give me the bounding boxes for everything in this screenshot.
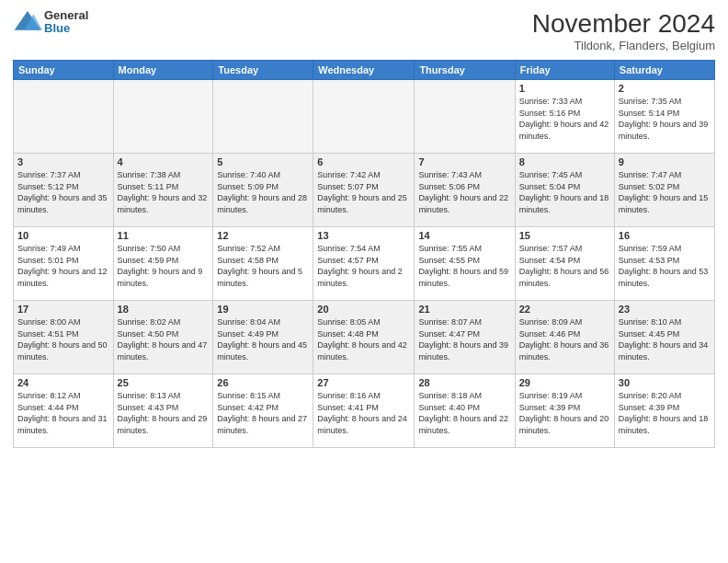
day-cell: 3Sunrise: 7:37 AMSunset: 5:12 PMDaylight… bbox=[14, 154, 114, 227]
logo-blue: Blue bbox=[44, 22, 88, 35]
logo-text: General Blue bbox=[44, 9, 88, 36]
day-info: Sunrise: 7:37 AMSunset: 5:12 PMDaylight:… bbox=[17, 169, 109, 215]
day-info: Sunrise: 8:02 AMSunset: 4:50 PMDaylight:… bbox=[118, 316, 210, 362]
day-cell: 15Sunrise: 7:57 AMSunset: 4:54 PMDayligh… bbox=[515, 227, 614, 301]
day-number: 4 bbox=[118, 156, 210, 167]
day-cell: 11Sunrise: 7:50 AMSunset: 4:59 PMDayligh… bbox=[113, 227, 213, 301]
day-cell: 2Sunrise: 7:35 AMSunset: 5:14 PMDaylight… bbox=[614, 80, 714, 154]
day-cell: 1Sunrise: 7:33 AMSunset: 5:16 PMDaylight… bbox=[515, 80, 614, 154]
day-cell: 13Sunrise: 7:54 AMSunset: 4:57 PMDayligh… bbox=[313, 227, 415, 301]
day-cell: 29Sunrise: 8:19 AMSunset: 4:39 PMDayligh… bbox=[515, 374, 614, 448]
day-cell bbox=[14, 80, 114, 154]
day-info: Sunrise: 7:33 AMSunset: 5:16 PMDaylight:… bbox=[519, 96, 610, 142]
day-cell: 4Sunrise: 7:38 AMSunset: 5:11 PMDaylight… bbox=[113, 154, 213, 227]
day-cell: 7Sunrise: 7:43 AMSunset: 5:06 PMDaylight… bbox=[415, 154, 515, 227]
day-number: 9 bbox=[619, 156, 711, 167]
day-header-friday: Friday bbox=[515, 61, 614, 80]
day-info: Sunrise: 8:04 AMSunset: 4:49 PMDaylight:… bbox=[217, 316, 309, 362]
week-row-2: 3Sunrise: 7:37 AMSunset: 5:12 PMDaylight… bbox=[14, 154, 715, 227]
day-cell bbox=[415, 80, 515, 154]
day-info: Sunrise: 7:52 AMSunset: 4:58 PMDaylight:… bbox=[217, 243, 309, 289]
week-row-1: 1Sunrise: 7:33 AMSunset: 5:16 PMDaylight… bbox=[14, 80, 715, 154]
day-info: Sunrise: 8:18 AMSunset: 4:40 PMDaylight:… bbox=[418, 390, 510, 436]
day-cell: 16Sunrise: 7:59 AMSunset: 4:53 PMDayligh… bbox=[614, 227, 714, 301]
day-cell: 25Sunrise: 8:13 AMSunset: 4:43 PMDayligh… bbox=[113, 374, 213, 448]
day-number: 30 bbox=[619, 377, 711, 388]
location: Tildonk, Flanders, Belgium bbox=[532, 39, 715, 52]
day-cell: 28Sunrise: 8:18 AMSunset: 4:40 PMDayligh… bbox=[415, 374, 515, 448]
day-cell: 9Sunrise: 7:47 AMSunset: 5:02 PMDaylight… bbox=[614, 154, 714, 227]
day-number: 29 bbox=[519, 377, 610, 388]
day-cell: 26Sunrise: 8:15 AMSunset: 4:42 PMDayligh… bbox=[213, 374, 313, 448]
day-number: 6 bbox=[317, 156, 410, 167]
header: General Blue November 2024 Tildonk, Flan… bbox=[13, 9, 715, 52]
week-row-4: 17Sunrise: 8:00 AMSunset: 4:51 PMDayligh… bbox=[14, 301, 715, 374]
calendar-header-row: SundayMondayTuesdayWednesdayThursdayFrid… bbox=[14, 61, 715, 80]
day-cell: 21Sunrise: 8:07 AMSunset: 4:47 PMDayligh… bbox=[415, 301, 515, 374]
week-row-3: 10Sunrise: 7:49 AMSunset: 5:01 PMDayligh… bbox=[14, 227, 715, 301]
day-info: Sunrise: 7:47 AMSunset: 5:02 PMDaylight:… bbox=[619, 169, 711, 215]
page: General Blue November 2024 Tildonk, Flan… bbox=[0, 0, 728, 563]
day-info: Sunrise: 7:59 AMSunset: 4:53 PMDaylight:… bbox=[619, 243, 711, 289]
day-cell: 20Sunrise: 8:05 AMSunset: 4:48 PMDayligh… bbox=[313, 301, 415, 374]
day-info: Sunrise: 7:54 AMSunset: 4:57 PMDaylight:… bbox=[317, 243, 410, 289]
day-number: 15 bbox=[519, 230, 610, 241]
logo: General Blue bbox=[13, 9, 88, 36]
day-cell bbox=[113, 80, 213, 154]
day-info: Sunrise: 7:50 AMSunset: 4:59 PMDaylight:… bbox=[118, 243, 210, 289]
day-number: 12 bbox=[217, 230, 309, 241]
day-number: 3 bbox=[17, 156, 109, 167]
day-number: 23 bbox=[619, 304, 711, 315]
day-number: 26 bbox=[217, 377, 309, 388]
day-number: 21 bbox=[418, 304, 510, 315]
day-cell bbox=[313, 80, 415, 154]
day-header-saturday: Saturday bbox=[614, 61, 714, 80]
day-cell: 23Sunrise: 8:10 AMSunset: 4:45 PMDayligh… bbox=[614, 301, 714, 374]
day-info: Sunrise: 7:57 AMSunset: 4:54 PMDaylight:… bbox=[519, 243, 610, 289]
day-number: 14 bbox=[418, 230, 510, 241]
day-cell: 24Sunrise: 8:12 AMSunset: 4:44 PMDayligh… bbox=[14, 374, 114, 448]
day-info: Sunrise: 7:43 AMSunset: 5:06 PMDaylight:… bbox=[418, 169, 510, 215]
day-info: Sunrise: 7:35 AMSunset: 5:14 PMDaylight:… bbox=[619, 96, 711, 142]
day-cell: 19Sunrise: 8:04 AMSunset: 4:49 PMDayligh… bbox=[213, 301, 313, 374]
day-cell: 22Sunrise: 8:09 AMSunset: 4:46 PMDayligh… bbox=[515, 301, 614, 374]
day-cell: 6Sunrise: 7:42 AMSunset: 5:07 PMDaylight… bbox=[313, 154, 415, 227]
day-info: Sunrise: 7:38 AMSunset: 5:11 PMDaylight:… bbox=[118, 169, 210, 215]
day-number: 18 bbox=[118, 304, 210, 315]
day-number: 22 bbox=[519, 304, 610, 315]
day-number: 13 bbox=[317, 230, 410, 241]
day-cell: 14Sunrise: 7:55 AMSunset: 4:55 PMDayligh… bbox=[415, 227, 515, 301]
day-info: Sunrise: 7:49 AMSunset: 5:01 PMDaylight:… bbox=[17, 243, 109, 289]
day-info: Sunrise: 8:09 AMSunset: 4:46 PMDaylight:… bbox=[519, 316, 610, 362]
day-cell: 18Sunrise: 8:02 AMSunset: 4:50 PMDayligh… bbox=[113, 301, 213, 374]
day-number: 2 bbox=[619, 83, 711, 94]
day-number: 24 bbox=[17, 377, 109, 388]
day-number: 8 bbox=[519, 156, 610, 167]
week-row-5: 24Sunrise: 8:12 AMSunset: 4:44 PMDayligh… bbox=[14, 374, 715, 448]
title-block: November 2024 Tildonk, Flanders, Belgium bbox=[532, 9, 715, 52]
day-info: Sunrise: 7:40 AMSunset: 5:09 PMDaylight:… bbox=[217, 169, 309, 215]
day-number: 10 bbox=[17, 230, 109, 241]
day-number: 28 bbox=[418, 377, 510, 388]
day-cell: 5Sunrise: 7:40 AMSunset: 5:09 PMDaylight… bbox=[213, 154, 313, 227]
month-title: November 2024 bbox=[532, 9, 715, 39]
day-header-tuesday: Tuesday bbox=[213, 61, 313, 80]
logo-general: General bbox=[44, 9, 88, 22]
day-header-wednesday: Wednesday bbox=[313, 61, 415, 80]
calendar: SundayMondayTuesdayWednesdayThursdayFrid… bbox=[13, 60, 715, 448]
day-number: 27 bbox=[317, 377, 410, 388]
day-cell: 27Sunrise: 8:16 AMSunset: 4:41 PMDayligh… bbox=[313, 374, 415, 448]
day-cell bbox=[213, 80, 313, 154]
logo-icon bbox=[13, 9, 42, 35]
day-number: 5 bbox=[217, 156, 309, 167]
day-info: Sunrise: 7:45 AMSunset: 5:04 PMDaylight:… bbox=[519, 169, 610, 215]
day-header-thursday: Thursday bbox=[415, 61, 515, 80]
day-cell: 30Sunrise: 8:20 AMSunset: 4:39 PMDayligh… bbox=[614, 374, 714, 448]
day-info: Sunrise: 8:12 AMSunset: 4:44 PMDaylight:… bbox=[17, 390, 109, 436]
day-header-sunday: Sunday bbox=[14, 61, 114, 80]
day-number: 17 bbox=[17, 304, 109, 315]
day-cell: 12Sunrise: 7:52 AMSunset: 4:58 PMDayligh… bbox=[213, 227, 313, 301]
day-number: 19 bbox=[217, 304, 309, 315]
day-number: 20 bbox=[317, 304, 410, 315]
day-cell: 8Sunrise: 7:45 AMSunset: 5:04 PMDaylight… bbox=[515, 154, 614, 227]
